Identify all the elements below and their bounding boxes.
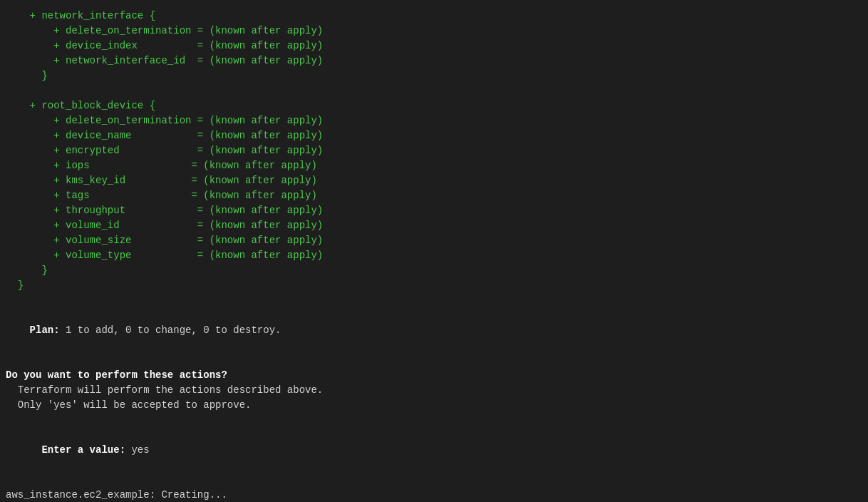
line-volume-type: + volume_type = (known after apply)	[6, 248, 862, 263]
line-network-interface-close: }	[6, 68, 862, 83]
line-iops: + iops = (known after apply)	[6, 158, 862, 173]
line-volume-size: + volume_size = (known after apply)	[6, 233, 862, 248]
line-device-index: + device_index = (known after apply)	[6, 39, 862, 53]
plan-value: 1 to add, 0 to change, 0 to destroy.	[60, 324, 281, 336]
line-root-block-device-open: + root_block_device {	[6, 98, 862, 113]
empty-line-3	[6, 353, 862, 368]
line-kms-key-id: + kms_key_id = (known after apply)	[6, 173, 862, 188]
terminal-output: + network_interface { + delete_on_termin…	[0, 6, 868, 502]
enter-value-input: yes	[125, 444, 150, 456]
line-delete-on-termination-rbd: + delete_on_termination = (known after a…	[6, 113, 862, 128]
line-do-you-want: Do you want to perform these actions?	[6, 368, 862, 383]
enter-value-label: Enter a value:	[30, 444, 125, 456]
line-terraform-will-perform: Terraform will perform the actions descr…	[6, 383, 862, 398]
line-network-interface-open: + network_interface {	[6, 9, 862, 24]
line-only-yes: Only 'yes' will be accepted to approve.	[6, 398, 862, 413]
line-delete-on-termination-ni: + delete_on_termination = (known after a…	[6, 24, 862, 39]
empty-line-1	[6, 83, 862, 98]
line-volume-id: + volume_id = (known after apply)	[6, 218, 862, 233]
line-enter-value: Enter a value: yes	[6, 428, 862, 473]
line-creating: aws_instance.ec2_example: Creating...	[6, 488, 862, 502]
line-tags: + tags = (known after apply)	[6, 188, 862, 203]
line-encrypted: + encrypted = (known after apply)	[6, 143, 862, 158]
line-resource-close: }	[6, 278, 862, 293]
line-network-interface-id: + network_interface_id = (known after ap…	[6, 53, 862, 68]
line-plan: Plan: 1 to add, 0 to change, 0 to destro…	[6, 308, 862, 353]
plan-label: Plan:	[30, 324, 60, 336]
empty-line-4	[6, 413, 862, 428]
empty-line-2	[6, 293, 862, 308]
line-device-name: + device_name = (known after apply)	[6, 128, 862, 143]
line-root-block-device-close: }	[6, 263, 862, 278]
empty-line-5	[6, 473, 862, 488]
line-throughput: + throughput = (known after apply)	[6, 203, 862, 218]
